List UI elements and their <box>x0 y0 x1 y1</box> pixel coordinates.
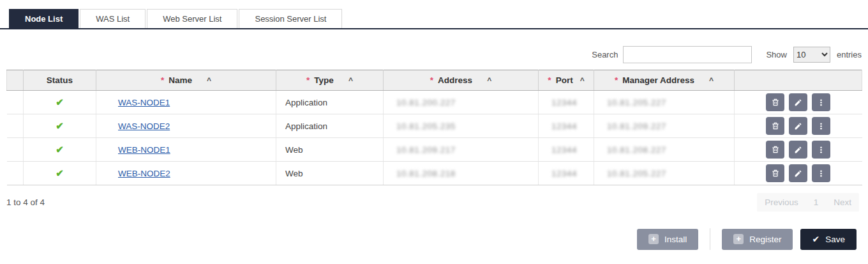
node-name-link[interactable]: WEB-NODE1 <box>118 145 170 155</box>
required-mark: * <box>430 75 433 85</box>
more-button[interactable] <box>812 141 830 159</box>
search-label: Search <box>592 50 618 59</box>
status-ok-icon: ✔ <box>56 167 64 178</box>
node-type: Web <box>276 138 384 162</box>
header-port-label: Port <box>556 75 573 85</box>
header-type[interactable]: *Type^ <box>276 70 384 91</box>
status-ok-icon: ✔ <box>56 97 64 107</box>
save-button[interactable]: ✔ Save <box>800 229 857 250</box>
node-name-link[interactable]: WAS-NODE1 <box>118 98 170 107</box>
row-actions <box>744 117 853 135</box>
tab-was-list[interactable]: WAS List <box>80 9 146 28</box>
delete-button[interactable] <box>766 164 784 182</box>
page-number-button[interactable]: 1 <box>806 193 827 212</box>
header-address[interactable]: *Address^ <box>384 70 539 91</box>
pager: Previous 1 Next <box>757 193 859 212</box>
pencil-icon <box>794 169 802 178</box>
header-status-label: Status <box>47 75 73 85</box>
sort-caret-icon[interactable]: ^ <box>207 76 211 85</box>
pagination-bar: 1 to 4 of 4 Previous 1 Next <box>0 193 868 212</box>
table-toolbar: Search Show 10 entries <box>0 46 868 63</box>
edit-button[interactable] <box>789 141 807 159</box>
pagination-summary: 1 to 4 of 4 <box>6 198 45 207</box>
delete-button[interactable] <box>766 117 784 135</box>
kebab-menu-icon <box>817 169 825 178</box>
page-size-select[interactable]: 10 <box>793 47 830 63</box>
save-button-label: Save <box>825 235 845 244</box>
trash-icon <box>771 121 780 130</box>
previous-page-button[interactable]: Previous <box>757 193 806 212</box>
node-port: 12344 <box>551 98 577 107</box>
tab-web-server-list[interactable]: Web Server List <box>147 9 237 28</box>
node-manager-address: 10.81.208.227 <box>607 145 666 155</box>
plus-icon: + <box>733 234 744 244</box>
entries-label: entries <box>837 50 862 59</box>
sort-caret-icon[interactable]: ^ <box>580 76 585 85</box>
edit-button[interactable] <box>789 117 807 135</box>
edit-button[interactable] <box>789 93 807 111</box>
header-type-label: Type <box>314 75 334 85</box>
pencil-icon <box>794 146 802 154</box>
more-button[interactable] <box>812 93 830 111</box>
search-input[interactable] <box>623 46 752 63</box>
node-manager-address: 10.81.205.227 <box>607 169 666 178</box>
install-button-label: Install <box>664 235 687 244</box>
header-name[interactable]: *Name^ <box>96 70 276 91</box>
edit-button[interactable] <box>789 164 807 182</box>
node-manager-address: 10.81.205.227 <box>607 98 666 107</box>
tab-session-server-list[interactable]: Session Server List <box>239 9 342 28</box>
table-row: ✔ WAS-NODE1 Application 10.81.200.227 12… <box>7 91 862 114</box>
footer-actions: + Install + Register ✔ Save <box>0 228 868 250</box>
required-mark: * <box>548 75 551 85</box>
header-empty <box>7 70 24 91</box>
required-mark: * <box>615 75 618 85</box>
install-button[interactable]: + Install <box>637 229 698 250</box>
delete-button[interactable] <box>766 141 784 159</box>
plus-icon: + <box>648 234 659 244</box>
sort-caret-icon[interactable]: ^ <box>487 76 491 85</box>
delete-button[interactable] <box>766 93 784 111</box>
button-divider <box>710 228 710 250</box>
node-address: 10.81.200.227 <box>396 98 456 107</box>
node-name-link[interactable]: WEB-NODE2 <box>118 169 170 178</box>
node-table: Status *Name^ *Type^ *Address^ *Port^ *M… <box>6 70 862 185</box>
kebab-menu-icon <box>817 121 825 131</box>
pencil-icon <box>794 122 802 130</box>
show-label: Show <box>766 50 787 59</box>
kebab-menu-icon <box>817 145 825 155</box>
register-button-label: Register <box>749 235 781 244</box>
node-port: 12344 <box>551 169 577 178</box>
node-address: 10.81.208.218 <box>396 169 456 178</box>
header-actions <box>735 70 862 91</box>
row-actions <box>744 141 853 159</box>
status-ok-icon: ✔ <box>56 144 64 155</box>
node-address: 10.81.205.235 <box>396 121 456 131</box>
node-port: 12344 <box>551 121 577 131</box>
row-gutter <box>7 138 24 162</box>
header-port[interactable]: *Port^ <box>539 70 594 91</box>
required-mark: * <box>161 75 164 85</box>
node-type: Application <box>276 91 384 114</box>
register-button[interactable]: + Register <box>722 229 793 250</box>
row-gutter <box>7 162 24 185</box>
row-gutter <box>7 91 24 114</box>
table-row: ✔ WEB-NODE2 Web 10.81.208.218 12344 10.8… <box>7 162 862 185</box>
sort-caret-icon[interactable]: ^ <box>348 76 353 85</box>
more-button[interactable] <box>812 117 830 135</box>
required-mark: * <box>306 75 310 85</box>
tab-node-list[interactable]: Node List <box>9 9 79 28</box>
row-actions <box>744 93 853 111</box>
sort-caret-icon[interactable]: ^ <box>709 76 714 85</box>
trash-icon <box>771 145 780 154</box>
more-button[interactable] <box>812 164 830 182</box>
header-manager-address-label: Manager Address <box>622 75 694 85</box>
header-manager-address[interactable]: *Manager Address^ <box>594 70 735 91</box>
row-actions <box>744 164 853 182</box>
node-type: Web <box>276 162 384 185</box>
node-manager-address: 10.81.209.227 <box>607 121 666 131</box>
node-port: 12344 <box>551 145 577 155</box>
next-page-button[interactable]: Next <box>826 193 859 212</box>
node-name-link[interactable]: WAS-NODE2 <box>118 121 170 131</box>
node-address: 10.81.209.217 <box>396 145 456 155</box>
trash-icon <box>771 98 780 107</box>
